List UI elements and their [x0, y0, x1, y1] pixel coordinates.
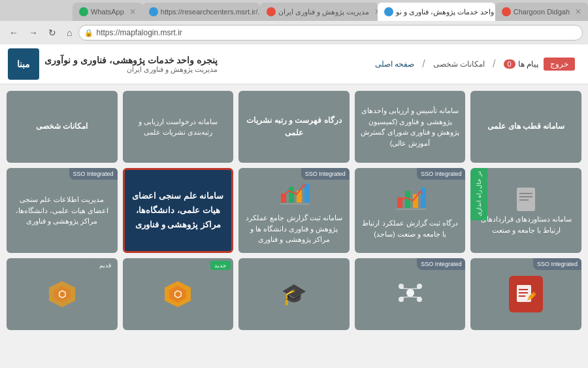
tab-label-modiriyat: مدیریت پژوهش و فناوری ایران: [278, 8, 369, 16]
breadcrumb-personal: امکانات شخصی: [433, 59, 485, 69]
card-grid-row2: در حال راه اندازی سامانه دستاوردهای قرار…: [7, 168, 581, 253]
card-elm-sanjy-text: سامانه علم سنجی اعضای هیات علمی، دانشگاه…: [130, 189, 227, 232]
arrow-down-icon: ▼: [169, 168, 188, 174]
svg-rect-1: [519, 193, 532, 194]
card-tasis[interactable]: سامانه تأسیس و ارزیابی واحدهای پژوهشی و …: [355, 91, 466, 163]
card-elm-sanjy[interactable]: ▼ سامانه علم سنجی اعضای هیات علمی، دانشگ…: [123, 168, 234, 253]
card-tasis-text: سامانه تأسیس و ارزیابی واحدهای پژوهشی و …: [360, 105, 461, 148]
header-title-area: پنجره واحد خدمات پژوهشی، فناوری و نوآوری…: [44, 55, 218, 74]
card-emkanat-text: امکانات شخصی: [36, 120, 88, 133]
tab-research[interactable]: https://researchcenters.msrt.ir/... ✕: [142, 3, 260, 21]
header-logo-area: پنجره واحد خدمات پژوهشی، فناوری و نوآوری…: [8, 48, 218, 80]
svg-text:⬡: ⬡: [174, 289, 182, 299]
chart-icon-sajed: [394, 181, 427, 214]
wip-badge: در حال راه اندازی: [470, 168, 487, 220]
tab-chargoon[interactable]: Chargoon Didgah ✕: [495, 3, 588, 21]
logo-box: مبنا: [8, 48, 39, 80]
card-edit[interactable]: SSO Integrated: [470, 258, 581, 330]
tab-label-chargoon: Chargoon Didgah: [514, 8, 570, 16]
tab-label-panjare: پنجره واحد خدمات پژوهش، فناوری و نو...: [396, 8, 495, 16]
grad-cap-icon: 🎓: [281, 282, 307, 307]
card-modiriyat-elm-text: مدیریت اطلاعات علم سنجی اعضای هیات علمی،…: [12, 194, 112, 227]
tab-close-whatsapp[interactable]: ✕: [129, 7, 136, 16]
card-dastavard[interactable]: در حال راه اندازی سامانه دستاوردهای قرار…: [470, 168, 581, 253]
address-text: https://mapfalogin.msrt.ir: [96, 28, 182, 37]
tab-whatsapp[interactable]: WhatsApp ✕: [73, 3, 142, 21]
hex-new-icon: ⬡: [161, 278, 194, 310]
hex-old-icon: ⬡: [46, 278, 78, 310]
lock-icon: 🔒: [84, 29, 93, 37]
tab-label-whatsapp: WhatsApp: [91, 8, 124, 16]
edit-icon: [514, 281, 538, 305]
card-grad[interactable]: 🎓: [238, 258, 350, 330]
svg-rect-19: [519, 295, 525, 297]
svg-line-27: [401, 297, 410, 297]
network-icon-box: [392, 275, 429, 314]
tab-close-chargoon[interactable]: ✕: [575, 7, 581, 16]
svg-rect-7: [421, 188, 426, 208]
svg-rect-3: [519, 199, 529, 201]
card-hex-new[interactable]: جدید ⬡: [123, 258, 234, 330]
tab-close-modiriyat[interactable]: ✕: [374, 7, 378, 16]
svg-point-20: [406, 289, 414, 297]
svg-rect-2: [519, 196, 532, 197]
card-grid-row1: سامانه قطب های علمی سامانه تأسیس و ارزیا…: [7, 91, 581, 163]
card-hex-old[interactable]: قدیم ⬡: [7, 258, 118, 330]
tab-icon-research: [149, 7, 158, 16]
card-nashriyat[interactable]: درگاه فهرست و رتبه نشریات علمی: [238, 91, 350, 163]
svg-line-28: [410, 297, 419, 297]
svg-line-26: [410, 288, 419, 289]
svg-rect-13: [304, 184, 310, 203]
tab-icon-modiriyat: [267, 7, 276, 16]
back-button[interactable]: ←: [5, 25, 22, 41]
tab-panjare[interactable]: پنجره واحد خدمات پژوهش، فناوری و نو... ✕: [378, 3, 495, 21]
main-content: سامانه قطب های علمی سامانه تأسیس و ارزیا…: [0, 84, 588, 368]
sso-badge-elm: SSO Integrated: [69, 168, 118, 180]
card-gozaresh-jame[interactable]: SSO Integrated سامانه ثبت گزارش جامع عمل…: [238, 168, 350, 253]
card-emkanat[interactable]: امکانات شخصی: [7, 91, 118, 163]
exit-button[interactable]: خروج: [544, 58, 575, 71]
tab-label-research: https://researchcenters.msrt.ir/...: [161, 8, 260, 16]
forward-button[interactable]: →: [25, 25, 42, 41]
reload-button[interactable]: ↻: [44, 25, 60, 41]
svg-text:⬡: ⬡: [58, 289, 66, 299]
messages-count: 0: [504, 59, 515, 69]
tab-modiriyat[interactable]: مدیریت پژوهش و فناوری ایران ✕: [260, 3, 378, 21]
page-header: خروج پیام ها 0 / امکانات شخصی / صفحه اصل…: [0, 44, 588, 84]
card-qotb-text: سامانه قطب های علمی: [487, 120, 564, 133]
tab-icon-chargoon: [502, 7, 511, 16]
card-arzyabi[interactable]: سامانه درخواست ارزیابی و رتبه‌بندی نشریا…: [123, 91, 234, 163]
sso-badge-jame: SSO Integrated: [301, 168, 350, 180]
old-badge: قدیم: [95, 261, 115, 270]
breadcrumb-home[interactable]: صفحه اصلی: [375, 59, 414, 69]
header-title: پنجره واحد خدمات پژوهشی، فناوری و نوآوری: [44, 55, 218, 65]
card-qotb[interactable]: سامانه قطب های علمی: [470, 91, 581, 163]
edit-icon-box: [509, 276, 543, 312]
card-modiriyat-elm[interactable]: SSO Integrated مدیریت اطلاعات علم سنجی ا…: [7, 168, 118, 253]
tab-icon-whatsapp: [79, 7, 88, 16]
card-gozaresh-sajed[interactable]: SSO Integrated درگاه ثبت گزارش عملکرد ار…: [355, 168, 466, 253]
sso-badge-sajed: SSO Integrated: [417, 168, 465, 180]
card-gozaresh-sajed-text: درگاه ثبت گزارش عملکرد ارتباط با جامعه و…: [360, 218, 461, 239]
network-icon: [397, 280, 423, 306]
logo-text: مبنا: [17, 59, 30, 69]
sso-badge-edit: SSO Integrated: [533, 258, 581, 270]
svg-line-25: [401, 288, 410, 289]
header-subtitle: مدیریت پژوهش و فناوری ایران: [44, 65, 218, 74]
document-icon: [512, 185, 540, 214]
card-network[interactable]: SSO Integrated: [355, 258, 466, 330]
messages-label: پیام ها: [518, 59, 538, 69]
home-button[interactable]: ⌂: [63, 25, 76, 41]
svg-rect-12: [297, 190, 302, 203]
address-bar[interactable]: 🔒 https://mapfalogin.msrt.ir: [78, 25, 583, 41]
card-grid-row3: SSO Integrated SSO Integrated: [7, 258, 581, 330]
new-badge: جدید: [210, 261, 231, 270]
card-nashriyat-text: درگاه فهرست و رتبه نشریات علمی: [244, 114, 344, 139]
svg-rect-18: [519, 292, 528, 293]
sso-badge-network: SSO Integrated: [417, 258, 465, 270]
tab-icon-panjare: [384, 7, 393, 16]
messages-badge: پیام ها 0: [504, 59, 538, 69]
card-gozaresh-jame-text: سامانه ثبت گزارش جامع عملکرد پژوهش و فنا…: [244, 212, 344, 245]
svg-rect-17: [519, 289, 528, 290]
chart-icon-jame: [278, 176, 310, 209]
